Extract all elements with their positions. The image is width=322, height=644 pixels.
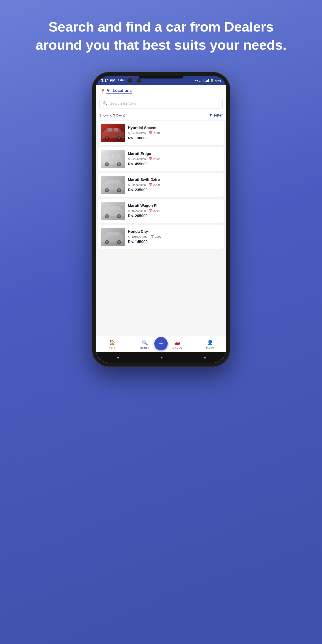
svg-rect-14 — [102, 184, 124, 190]
svg-rect-0 — [102, 132, 124, 138]
android-nav: ◄ ● ■ — [96, 352, 226, 363]
car-card-3[interactable]: Maruti Wagon R ⚙ 65000 kms 📅 2014 Rs. 26… — [98, 199, 224, 223]
car-price-0: Rs. 130000 — [128, 136, 222, 140]
car-year-value-2: 2009 — [154, 183, 160, 186]
car-kms-value-3: 65000 kms — [132, 209, 146, 212]
app-content: 📍 All Locations 🔍 Search for Cars Showin… — [96, 85, 226, 363]
car-year-value-1: 2012 — [154, 157, 160, 160]
car-image-2 — [100, 176, 125, 194]
search-input[interactable]: Search for Cars — [110, 101, 136, 106]
car-year-1: 📅 2012 — [149, 157, 160, 160]
phone-screen: 3:14 PM 0 KB/s ▾▾ — [96, 76, 226, 363]
svg-point-23 — [106, 215, 108, 217]
wifi-icon: ▾▾ — [195, 79, 198, 82]
location-header[interactable]: 📍 All Locations — [96, 85, 226, 96]
speedometer-icon-0: ⚙ — [128, 131, 130, 134]
svg-rect-28 — [102, 236, 124, 242]
car-image-3 — [100, 202, 125, 220]
search-nav-icon: 🔍 — [142, 340, 148, 346]
calendar-icon-0: 📅 — [149, 131, 152, 134]
car-meta-4: ⚙ 105000 kms 📅 2007 — [128, 235, 222, 238]
svg-rect-27 — [114, 206, 118, 209]
car-year-0: 📅 2010 — [149, 131, 160, 134]
speedometer-icon-3: ⚙ — [128, 209, 130, 212]
svg-rect-19 — [108, 180, 112, 183]
nav-home-label: Home — [108, 346, 116, 349]
home-icon: 🏠 — [109, 340, 115, 346]
car-price-1: Rs. 455000 — [128, 162, 222, 166]
car-card-0[interactable]: Hyundai Accent ⚙ 84000 kms 📅 2010 Rs. 13… — [98, 121, 224, 145]
profile-icon: 👤 — [207, 340, 213, 346]
svg-point-4 — [118, 137, 120, 140]
svg-point-11 — [118, 163, 120, 166]
svg-point-16 — [106, 189, 108, 192]
car-card-2[interactable]: Maruti Swift Dzire ⚙ 89000 kms 📅 2009 Rs… — [98, 173, 224, 197]
recents-button[interactable]: ■ — [204, 356, 206, 360]
filter-icon: ▼ — [209, 113, 213, 118]
car-info-4: Honda City ⚙ 105000 kms 📅 2007 Rs. 14500… — [128, 228, 222, 246]
car-info-0: Hyundai Accent ⚙ 84000 kms 📅 2010 Rs. 13… — [128, 124, 222, 142]
car-image-4 — [100, 228, 125, 246]
battery-icon: 🔋 — [210, 79, 214, 82]
svg-rect-7 — [102, 158, 124, 164]
car-kms-value-0: 84000 kms — [132, 131, 146, 134]
nav-home[interactable]: 🏠 Home — [96, 340, 128, 349]
home-button[interactable]: ● — [160, 356, 163, 360]
calendar-icon-2: 📅 — [149, 183, 152, 186]
car-kms-0: ⚙ 84000 kms — [128, 131, 146, 134]
calendar-icon-1: 📅 — [149, 157, 152, 160]
car-meta-0: ⚙ 84000 kms 📅 2010 — [128, 131, 222, 134]
car-name-1: Maruti Ertiga — [128, 152, 222, 156]
location-pin-icon: 📍 — [100, 89, 105, 94]
svg-point-2 — [106, 137, 108, 140]
car-name-3: Maruti Wagon R — [128, 204, 222, 208]
results-header: Showing 5 Car(s) ▼ Filter — [96, 111, 226, 120]
car-year-4: 📅 2007 — [150, 235, 162, 238]
nav-profile-label: Profile — [206, 346, 214, 349]
svg-point-9 — [106, 163, 108, 166]
svg-point-32 — [118, 241, 120, 243]
search-section: 🔍 Search for Cars — [96, 96, 226, 111]
car-kms-1: ⚙ 82240 kms — [128, 157, 146, 160]
car-year-value-3: 2014 — [154, 209, 160, 212]
car-year-value-0: 2010 — [154, 131, 160, 134]
svg-rect-12 — [108, 154, 112, 158]
signal-icon — [200, 79, 204, 82]
back-button[interactable]: ◄ — [116, 356, 120, 360]
car-meta-2: ⚙ 89000 kms 📅 2009 — [128, 183, 222, 186]
car-info-1: Maruti Ertiga ⚙ 82240 kms 📅 2012 Rs. 455… — [128, 150, 222, 168]
speedometer-icon-4: ⚙ — [128, 235, 130, 238]
add-button[interactable]: + — [154, 337, 168, 350]
mycars-icon: 🚗 — [174, 340, 180, 346]
signal-icon-2 — [205, 79, 209, 82]
svg-rect-5 — [108, 128, 112, 132]
car-year-2: 📅 2009 — [149, 183, 160, 186]
car-year-3: 📅 2014 — [149, 209, 160, 212]
speedometer-icon-1: ⚙ — [128, 157, 130, 160]
car-price-3: Rs. 265000 — [128, 214, 222, 218]
nav-profile[interactable]: 👤 Profile — [194, 340, 226, 349]
battery-percent: 44% — [215, 79, 221, 82]
svg-rect-13 — [114, 154, 118, 158]
filter-label: Filter — [214, 113, 223, 118]
car-card-1[interactable]: Maruti Ertiga ⚙ 82240 kms 📅 2012 Rs. 455… — [98, 147, 224, 171]
calendar-icon-4: 📅 — [150, 235, 154, 238]
phone-frame: 3:14 PM 0 KB/s ▾▾ — [92, 72, 230, 367]
calendar-icon-3: 📅 — [149, 209, 152, 212]
filter-button[interactable]: ▼ Filter — [209, 113, 223, 118]
car-card-4[interactable]: Honda City ⚙ 105000 kms 📅 2007 Rs. 14500… — [98, 225, 224, 249]
bottom-nav: 🏠 Home 🔍 Search + 🚗 My Cars 👤 Profile — [96, 336, 226, 352]
car-kms-3: ⚙ 65000 kms — [128, 209, 146, 212]
car-price-2: Rs. 235000 — [128, 188, 222, 192]
car-name-2: Maruti Swift Dzire — [128, 178, 222, 182]
car-kms-4: ⚙ 105000 kms — [128, 235, 147, 238]
car-year-value-4: 2007 — [155, 235, 162, 238]
svg-rect-34 — [114, 232, 118, 235]
car-kms-2: ⚙ 89000 kms — [128, 183, 146, 186]
status-time: 3:14 PM — [101, 78, 116, 83]
car-list: Hyundai Accent ⚙ 84000 kms 📅 2010 Rs. 13… — [96, 120, 226, 336]
car-kms-value-1: 82240 kms — [132, 157, 146, 160]
search-box[interactable]: 🔍 Search for Cars — [99, 98, 223, 108]
location-label[interactable]: All Locations — [106, 88, 132, 94]
car-name-4: Honda City — [128, 230, 222, 234]
